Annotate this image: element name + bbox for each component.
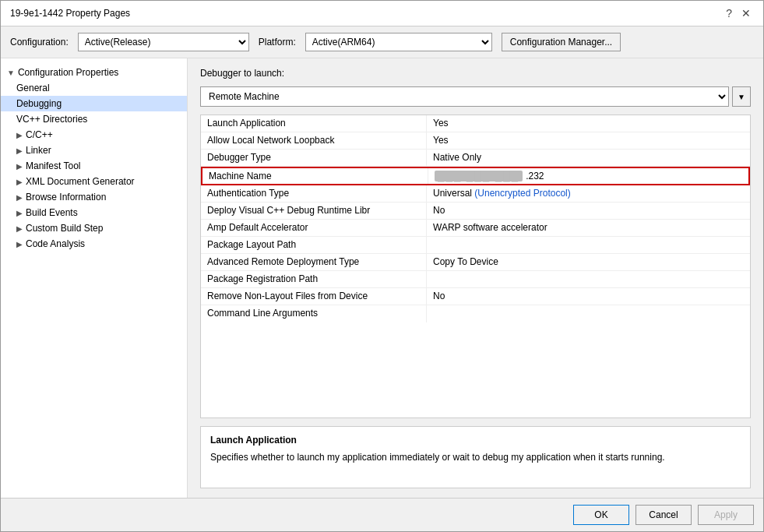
chevron-right-icon: ▶ bbox=[16, 146, 23, 155]
property-name: Amp Default Accelerator bbox=[201, 220, 427, 236]
sidebar-item-label: C/C++ bbox=[26, 129, 53, 140]
table-row[interactable]: Command Line Arguments bbox=[201, 305, 750, 322]
sidebar-item-label: Debugging bbox=[16, 98, 62, 109]
unencrypted-link: (Unencrypted Protocol) bbox=[474, 188, 570, 199]
sidebar-item-code-analysis[interactable]: ▶ Code Analysis bbox=[1, 236, 187, 252]
sidebar-item-browse-info[interactable]: ▶ Browse Information bbox=[1, 189, 187, 205]
sidebar-item-linker[interactable]: ▶ Linker bbox=[1, 143, 187, 158]
sidebar-item-debugging[interactable]: Debugging bbox=[1, 96, 187, 111]
sidebar-item-general[interactable]: General bbox=[1, 80, 187, 96]
debugger-dropdown-button[interactable]: ▼ bbox=[732, 86, 751, 107]
chevron-right-icon: ▶ bbox=[16, 178, 23, 186]
bottom-bar: OK Cancel Apply bbox=[1, 498, 763, 531]
property-name: Remove Non-Layout Files from Device bbox=[201, 288, 427, 305]
table-row[interactable]: Debugger Type Native Only bbox=[201, 150, 750, 167]
property-value bbox=[427, 305, 750, 322]
property-pages-dialog: 19-9e1-1442 Property Pages ? ✕ Configura… bbox=[0, 0, 764, 532]
sidebar-item-label: Linker bbox=[26, 145, 51, 156]
sidebar-item-label: VC++ Directories bbox=[16, 114, 87, 125]
property-value: No bbox=[427, 288, 750, 305]
chevron-right-icon: ▶ bbox=[16, 131, 23, 139]
cancel-button[interactable]: Cancel bbox=[635, 505, 692, 525]
title-bar-buttons: ? ✕ bbox=[723, 7, 754, 19]
table-row[interactable]: Package Layout Path bbox=[201, 237, 750, 254]
main-content: ▼ Configuration Properties General Debug… bbox=[1, 58, 763, 498]
table-row[interactable]: Authentication Type Universal (Unencrypt… bbox=[201, 185, 750, 203]
sidebar-item-label: Configuration Properties bbox=[18, 67, 118, 78]
debugger-select-row: Remote Machine ▼ bbox=[200, 86, 751, 107]
chevron-right-icon: ▶ bbox=[16, 162, 23, 171]
help-button[interactable]: ? bbox=[723, 7, 735, 19]
table-row[interactable]: Advanced Remote Deployment Type Copy To … bbox=[201, 254, 750, 271]
content-area: Debugger to launch: Remote Machine ▼ Lau… bbox=[188, 58, 763, 498]
table-row[interactable]: Amp Default Accelerator WARP software ac… bbox=[201, 220, 750, 237]
platform-select[interactable]: Active(ARM64) bbox=[305, 33, 492, 51]
chevron-right-icon: ▶ bbox=[16, 224, 23, 233]
sidebar-item-build-events[interactable]: ▶ Build Events bbox=[1, 205, 187, 220]
property-name: Machine Name bbox=[202, 168, 428, 184]
title-bar: 19-9e1-1442 Property Pages ? ✕ bbox=[1, 1, 763, 26]
properties-table: Launch Application Yes Allow Local Netwo… bbox=[200, 115, 751, 418]
sidebar-item-label: Build Events bbox=[26, 207, 78, 218]
table-row[interactable]: Launch Application Yes bbox=[201, 115, 750, 132]
property-value bbox=[427, 237, 750, 253]
property-name: Launch Application bbox=[201, 115, 427, 132]
config-row: Configuration: Active(Release) Platform:… bbox=[1, 26, 763, 58]
property-value: ███.███.███ .232 bbox=[428, 168, 748, 184]
close-button[interactable]: ✕ bbox=[738, 7, 754, 19]
property-name: Package Layout Path bbox=[201, 237, 427, 253]
sidebar-item-label: XML Document Generator bbox=[26, 176, 135, 187]
sidebar-item-label: Manifest Tool bbox=[26, 160, 80, 171]
sidebar-item-label: Browse Information bbox=[26, 192, 106, 203]
property-name: Package Registration Path bbox=[201, 271, 427, 287]
sidebar-item-label: Custom Build Step bbox=[26, 223, 103, 234]
machine-name-row[interactable]: Machine Name ███.███.███ .232 bbox=[201, 167, 750, 185]
property-name: Debugger Type bbox=[201, 150, 427, 166]
sidebar-item-label: General bbox=[16, 83, 50, 93]
description-box: Launch Application Specifies whether to … bbox=[200, 426, 751, 488]
sidebar-item-xml-doc-gen[interactable]: ▶ XML Document Generator bbox=[1, 174, 187, 189]
property-value: Native Only bbox=[427, 150, 750, 166]
apply-button[interactable]: Apply bbox=[698, 505, 754, 525]
debugger-type-select[interactable]: Remote Machine bbox=[200, 86, 729, 107]
chevron-down-icon: ▼ bbox=[7, 69, 15, 77]
property-value: Yes bbox=[427, 115, 750, 132]
configuration-select[interactable]: Active(Release) bbox=[78, 33, 249, 51]
blurred-ip: ███.███.███ bbox=[435, 171, 523, 181]
property-name: Command Line Arguments bbox=[201, 305, 427, 322]
property-value: Yes bbox=[427, 132, 750, 149]
debugger-label: Debugger to launch: bbox=[200, 68, 751, 79]
configuration-label: Configuration: bbox=[10, 37, 69, 48]
sidebar-item-manifest-tool[interactable]: ▶ Manifest Tool bbox=[1, 158, 187, 174]
chevron-right-icon: ▶ bbox=[16, 209, 23, 217]
ok-button[interactable]: OK bbox=[573, 505, 629, 525]
property-name: Authentication Type bbox=[201, 185, 427, 202]
table-row[interactable]: Package Registration Path bbox=[201, 271, 750, 288]
chevron-right-icon: ▶ bbox=[16, 193, 23, 202]
chevron-right-icon: ▶ bbox=[16, 240, 23, 248]
sidebar: ▼ Configuration Properties General Debug… bbox=[1, 58, 188, 498]
description-title: Launch Application bbox=[210, 435, 741, 446]
property-name: Advanced Remote Deployment Type bbox=[201, 254, 427, 270]
table-row[interactable]: Deploy Visual C++ Debug Runtime Libr No bbox=[201, 203, 750, 220]
property-value: Universal (Unencrypted Protocol) bbox=[427, 185, 750, 202]
property-value: WARP software accelerator bbox=[427, 220, 750, 236]
ip-suffix: .232 bbox=[526, 171, 544, 181]
description-text: Specifies whether to launch my applicati… bbox=[210, 450, 741, 464]
property-name: Allow Local Network Loopback bbox=[201, 132, 427, 149]
sidebar-item-custom-build[interactable]: ▶ Custom Build Step bbox=[1, 220, 187, 236]
property-value: Copy To Device bbox=[427, 254, 750, 270]
property-value: No bbox=[427, 203, 750, 219]
table-row[interactable]: Remove Non-Layout Files from Device No bbox=[201, 288, 750, 305]
sidebar-item-label: Code Analysis bbox=[26, 238, 85, 249]
property-name: Deploy Visual C++ Debug Runtime Libr bbox=[201, 203, 427, 219]
configuration-manager-button[interactable]: Configuration Manager... bbox=[502, 33, 621, 51]
dialog-title: 19-9e1-1442 Property Pages bbox=[10, 8, 130, 19]
sidebar-item-config-props[interactable]: ▼ Configuration Properties bbox=[1, 65, 187, 80]
table-row[interactable]: Allow Local Network Loopback Yes bbox=[201, 132, 750, 150]
chevron-down-icon: ▼ bbox=[738, 93, 745, 101]
property-value bbox=[427, 271, 750, 287]
sidebar-item-vc-dirs[interactable]: VC++ Directories bbox=[1, 111, 187, 127]
sidebar-item-cpp[interactable]: ▶ C/C++ bbox=[1, 127, 187, 143]
platform-label: Platform: bbox=[259, 37, 296, 48]
